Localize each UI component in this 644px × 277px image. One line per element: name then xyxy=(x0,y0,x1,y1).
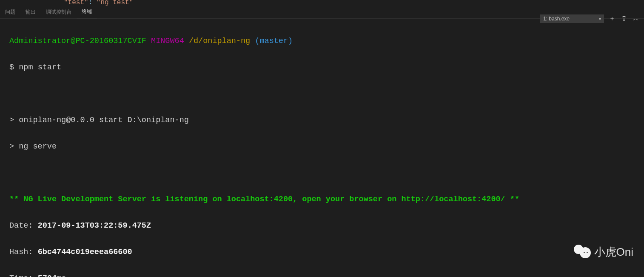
wechat-icon xyxy=(572,244,592,260)
editor-peek: "test": "ng test" xyxy=(0,0,644,6)
watermark-text: 小虎Oni xyxy=(594,245,633,260)
terminal-blank-line xyxy=(9,87,640,100)
tab-debug-console[interactable]: 调试控制台 xyxy=(41,6,77,18)
terminal-output[interactable]: Administrator@PC-20160317CVIF MINGW64 /d… xyxy=(9,21,640,277)
terminal-blank-line xyxy=(9,166,640,180)
build-time-line: Time: 5704ms xyxy=(9,272,640,277)
panel-tabs: 问题 输出 调试控制台 终端 1: bash.exe ▾ ＋ ︿ xyxy=(0,6,644,19)
ng-banner-line: ** NG Live Development Server is listeni… xyxy=(9,193,640,206)
npm-run-line: > ng serve xyxy=(9,140,640,153)
watermark: 小虎Oni xyxy=(572,244,633,260)
tab-output[interactable]: 输出 xyxy=(20,6,41,18)
build-hash-line: Hash: 6bc4744c019eeea66600 xyxy=(9,246,640,259)
tab-problems[interactable]: 问题 xyxy=(0,6,20,18)
terminal-selector-label: 1: bash.exe xyxy=(543,16,570,22)
tab-terminal[interactable]: 终端 xyxy=(77,6,97,18)
npm-run-line: > oniplan-ng@0.0.0 start D:\oniplan-ng xyxy=(9,114,640,127)
build-date-line: Date: 2017-09-13T03:22:59.475Z xyxy=(9,219,640,232)
chevron-down-icon: ▾ xyxy=(599,17,601,21)
terminal-command-line: $ npm start xyxy=(9,61,640,74)
terminal-prompt-line: Administrator@PC-20160317CVIF MINGW64 /d… xyxy=(9,34,640,48)
